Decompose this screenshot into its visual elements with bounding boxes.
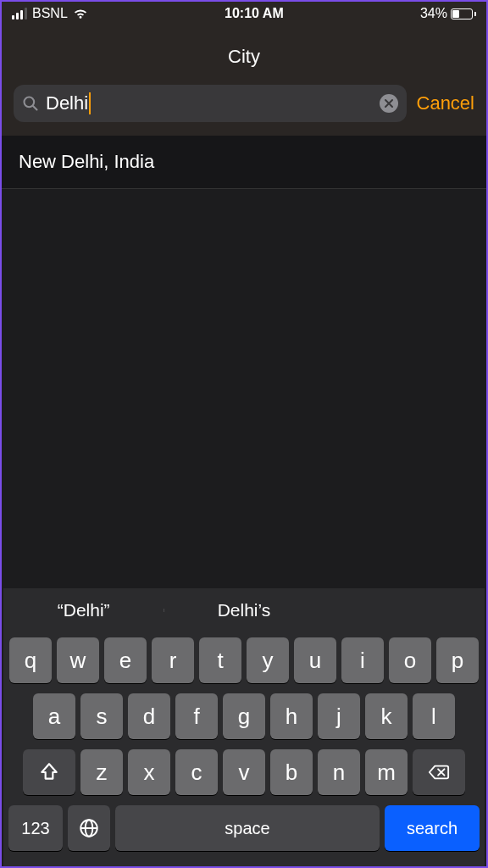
key-f[interactable]: f [175,693,218,739]
battery-pct: 34% [420,6,447,21]
space-key[interactable]: space [115,805,380,851]
battery-icon [451,8,476,19]
backspace-icon [428,761,450,783]
key-v[interactable]: v [223,749,265,795]
key-b[interactable]: b [270,749,313,795]
key-m[interactable]: m [365,749,408,795]
search-row: Delhi Cancel [2,85,486,136]
key-c[interactable]: c [175,749,218,795]
keyboard-body: qwertyuiop asdfghjkl zxcvbnm 123 space s… [3,632,485,851]
shift-icon [38,761,60,783]
key-y[interactable]: y [247,637,289,683]
result-item[interactable]: New Delhi, India [2,136,486,189]
key-g[interactable]: g [223,693,265,739]
key-l[interactable]: l [413,693,455,739]
search-key[interactable]: search [385,805,480,851]
key-e[interactable]: e [104,637,147,683]
cellular-signal-icon [12,8,27,19]
carrier-label: BSNL [32,6,68,21]
svg-line-1 [33,106,37,110]
key-i[interactable]: i [341,637,384,683]
key-o[interactable]: o [389,637,431,683]
status-time: 10:10 AM [225,6,284,21]
clear-button[interactable] [380,94,398,113]
suggestion[interactable]: “Delhi” [3,600,164,620]
results-list: New Delhi, India [2,136,486,189]
status-left: BSNL [12,6,88,21]
page-title: City [2,46,486,68]
key-u[interactable]: u [294,637,336,683]
key-w[interactable]: w [57,637,99,683]
status-right: 34% [420,6,476,21]
key-p[interactable]: p [436,637,479,683]
search-input[interactable]: Delhi [46,92,91,114]
key-z[interactable]: z [80,749,123,795]
key-a[interactable]: a [33,693,75,739]
key-r[interactable]: r [152,637,194,683]
cancel-button[interactable]: Cancel [417,92,474,114]
suggestion-bar: “Delhi” Delhi’s [3,588,485,632]
status-bar: BSNL 10:10 AM 34% [2,2,486,25]
key-x[interactable]: x [128,749,170,795]
search-icon [22,95,39,112]
key-k[interactable]: k [365,693,408,739]
wifi-icon [73,8,88,19]
key-d[interactable]: d [128,693,170,739]
modal-header: City [2,25,486,85]
key-s[interactable]: s [80,693,123,739]
search-field[interactable]: Delhi [14,85,407,122]
suggestion[interactable]: Delhi’s [164,600,324,620]
key-q[interactable]: q [9,637,52,683]
shift-key[interactable] [23,749,75,795]
backspace-key[interactable] [413,749,465,795]
globe-key[interactable] [68,805,110,851]
key-t[interactable]: t [199,637,241,683]
key-n[interactable]: n [318,749,360,795]
keyboard: “Delhi” Delhi’s qwertyuiop asdfghjkl zxc… [3,588,485,866]
globe-icon [78,817,100,839]
close-icon [384,98,394,108]
key-j[interactable]: j [318,693,360,739]
numbers-key[interactable]: 123 [8,805,63,851]
key-h[interactable]: h [270,693,313,739]
